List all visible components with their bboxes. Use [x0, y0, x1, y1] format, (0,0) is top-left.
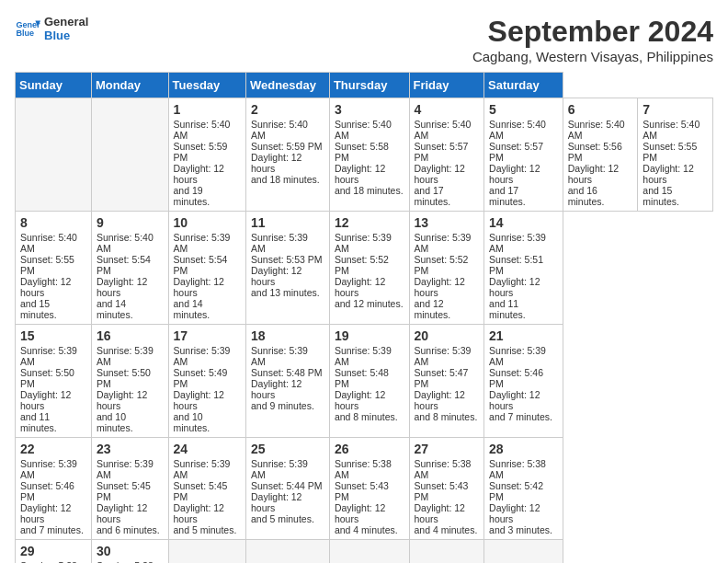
col-tuesday: Tuesday — [168, 73, 245, 98]
day-info-line: Daylight: 12 hours — [335, 502, 404, 524]
day-info-line: Sunrise: 5:39 AM — [415, 345, 480, 367]
day-number: 10 — [174, 215, 241, 230]
day-number: 29 — [20, 544, 86, 558]
day-info-line: Sunset: 5:55 PM — [20, 254, 86, 276]
day-info-line: Sunset: 5:45 PM — [97, 480, 164, 502]
day-info-line: and 11 minutes. — [20, 411, 86, 433]
col-thursday: Thursday — [329, 73, 409, 98]
calendar-week-0: 1Sunrise: 5:40 AMSunset: 5:59 PMDaylight… — [16, 98, 713, 212]
day-info-line: and 15 minutes. — [20, 298, 86, 320]
col-wednesday: Wednesday — [245, 73, 329, 98]
day-info-line: Daylight: 12 hours — [97, 502, 164, 524]
calendar-cell: 23Sunrise: 5:39 AMSunset: 5:45 PMDayligh… — [91, 438, 168, 540]
calendar-cell: 18Sunrise: 5:39 AMSunset: 5:48 PMDayligh… — [245, 325, 329, 438]
day-info-line: Sunrise: 5:39 AM — [335, 345, 404, 367]
calendar-cell — [91, 98, 168, 212]
calendar-cell: 13Sunrise: 5:39 AMSunset: 5:52 PMDayligh… — [409, 212, 484, 325]
day-number: 9 — [97, 215, 164, 230]
page-subtitle: Cagbang, Western Visayas, Philippines — [472, 49, 713, 64]
day-info-line: Daylight: 12 hours — [489, 502, 558, 524]
day-info-line: Daylight: 12 hours — [415, 502, 480, 524]
day-info-line: Daylight: 12 hours — [335, 276, 404, 298]
calendar-cell: 27Sunrise: 5:38 AMSunset: 5:43 PMDayligh… — [409, 438, 484, 540]
day-info-line: Sunrise: 5:40 AM — [335, 119, 404, 141]
day-info-line: Daylight: 12 hours — [335, 389, 404, 411]
day-info-line: Sunset: 5:55 PM — [643, 141, 708, 163]
col-sunday: Sunday — [16, 73, 92, 98]
calendar-cell — [16, 98, 92, 212]
day-number: 3 — [335, 102, 404, 117]
day-info-line: Sunrise: 5:39 AM — [335, 232, 404, 254]
day-info-line: Sunrise: 5:39 AM — [174, 232, 241, 254]
day-number: 18 — [251, 328, 324, 343]
calendar-week-4: 29Sunrise: 5:38 AMSunset: 5:41 PMDayligh… — [16, 540, 713, 564]
day-info-line: and 5 minutes. — [174, 524, 241, 535]
day-info-line: Daylight: 12 hours — [97, 389, 164, 411]
day-info-line: Sunrise: 5:39 AM — [489, 345, 558, 367]
day-info-line: Sunrise: 5:40 AM — [643, 119, 708, 141]
day-info-line: Daylight: 12 hours — [489, 389, 558, 411]
day-info-line: Daylight: 12 hours — [251, 152, 324, 174]
day-info-line: and 17 minutes. — [415, 185, 480, 207]
day-info-line: Sunrise: 5:40 AM — [415, 119, 480, 141]
day-info-line: and 4 minutes. — [415, 524, 480, 535]
day-info-line: Daylight: 12 hours — [251, 378, 324, 400]
day-number: 13 — [415, 215, 480, 230]
calendar-week-2: 15Sunrise: 5:39 AMSunset: 5:50 PMDayligh… — [16, 325, 713, 438]
day-info-line: Daylight: 12 hours — [568, 163, 633, 185]
day-number: 25 — [251, 442, 324, 456]
day-info-line: Daylight: 12 hours — [251, 491, 324, 513]
day-info-line: Sunset: 5:47 PM — [415, 367, 480, 389]
logo-line2: Blue — [44, 29, 88, 42]
day-info-line: and 4 minutes. — [335, 524, 404, 535]
page-header: General Blue General Blue September 2024… — [15, 15, 713, 64]
day-info-line: Sunset: 5:56 PM — [568, 141, 633, 163]
day-info-line: Sunset: 5:50 PM — [20, 367, 86, 389]
calendar-cell: 20Sunrise: 5:39 AMSunset: 5:47 PMDayligh… — [409, 325, 484, 438]
day-info-line: and 13 minutes. — [251, 287, 324, 298]
calendar-table: Sunday Monday Tuesday Wednesday Thursday… — [15, 72, 713, 563]
calendar-cell: 9Sunrise: 5:40 AMSunset: 5:54 PMDaylight… — [91, 212, 168, 325]
calendar-cell: 24Sunrise: 5:39 AMSunset: 5:45 PMDayligh… — [168, 438, 245, 540]
day-info-line: Sunrise: 5:40 AM — [568, 119, 633, 141]
calendar-cell: 16Sunrise: 5:39 AMSunset: 5:50 PMDayligh… — [91, 325, 168, 438]
day-info-line: and 6 minutes. — [97, 524, 164, 535]
day-info-line: Sunrise: 5:39 AM — [97, 345, 164, 367]
day-info-line: Sunrise: 5:39 AM — [20, 458, 86, 480]
day-info-line: and 11 minutes. — [489, 298, 558, 320]
calendar-cell: 10Sunrise: 5:39 AMSunset: 5:54 PMDayligh… — [168, 212, 245, 325]
day-info-line: and 14 minutes. — [97, 298, 164, 320]
day-number: 2 — [251, 102, 324, 117]
day-info-line: Sunrise: 5:39 AM — [174, 345, 241, 367]
day-info-line: Sunrise: 5:38 AM — [489, 458, 558, 480]
calendar-cell: 4Sunrise: 5:40 AMSunset: 5:57 PMDaylight… — [409, 98, 484, 212]
day-number: 15 — [20, 328, 86, 343]
day-info-line: Sunset: 5:46 PM — [489, 367, 558, 389]
calendar-cell: 22Sunrise: 5:39 AMSunset: 5:46 PMDayligh… — [16, 438, 92, 540]
logo-icon: General Blue — [15, 16, 40, 41]
calendar-cell: 8Sunrise: 5:40 AMSunset: 5:55 PMDaylight… — [16, 212, 92, 325]
day-info-line: Sunset: 5:43 PM — [335, 480, 404, 502]
day-number: 26 — [335, 442, 404, 456]
day-info-line: Sunset: 5:59 PM — [251, 141, 324, 152]
calendar-cell: 11Sunrise: 5:39 AMSunset: 5:53 PMDayligh… — [245, 212, 329, 325]
day-info-line: and 3 minutes. — [489, 524, 558, 535]
day-number: 5 — [489, 102, 558, 117]
day-number: 12 — [335, 215, 404, 230]
calendar-cell — [409, 540, 484, 564]
title-block: September 2024 Cagbang, Western Visayas,… — [472, 15, 713, 64]
day-number: 19 — [335, 328, 404, 343]
page-title: September 2024 — [472, 15, 713, 49]
calendar-cell: 12Sunrise: 5:39 AMSunset: 5:52 PMDayligh… — [329, 212, 409, 325]
day-info-line: Sunset: 5:50 PM — [97, 367, 164, 389]
calendar-cell — [484, 540, 563, 564]
day-info-line: Sunrise: 5:39 AM — [251, 458, 324, 480]
day-info-line: Daylight: 12 hours — [97, 276, 164, 298]
day-number: 30 — [97, 544, 164, 558]
calendar-cell: 3Sunrise: 5:40 AMSunset: 5:58 PMDaylight… — [329, 98, 409, 212]
day-info-line: Sunset: 5:43 PM — [415, 480, 480, 502]
day-info-line: Sunrise: 5:39 AM — [174, 458, 241, 480]
day-number: 24 — [174, 442, 241, 456]
day-info-line: and 12 minutes. — [415, 298, 480, 320]
calendar-week-1: 8Sunrise: 5:40 AMSunset: 5:55 PMDaylight… — [16, 212, 713, 325]
